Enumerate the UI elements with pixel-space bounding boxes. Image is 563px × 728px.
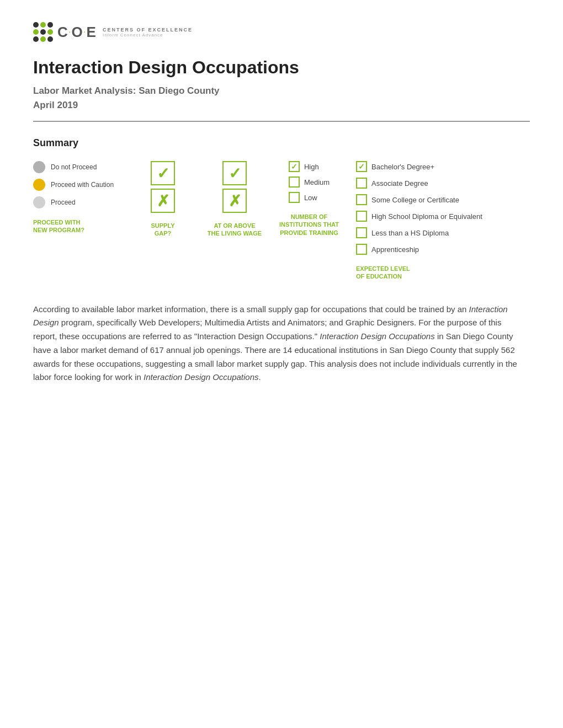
- edu-bachelors-label: Bachelor's Degree+: [371, 163, 434, 171]
- proceed-with-new-program-label: PROCEED WITHNEW PROGRAM?: [33, 218, 119, 234]
- living-wage-column: AT OR ABOVETHE LIVING WAGE: [207, 161, 262, 238]
- training-medium-checkbox: [289, 176, 300, 188]
- supply-gap-check-icon: [151, 161, 175, 185]
- circle-yellow-icon: [33, 179, 45, 191]
- supply-gap-x-icon: [151, 189, 175, 213]
- edu-less-hs-label: Less than a HS Diploma: [371, 229, 449, 237]
- legend-label-proceed-caution: Proceed with Caution: [51, 181, 114, 189]
- logo-dot1: ·: [69, 29, 71, 35]
- summary-grid: Do not Proceed Proceed with Caution Proc…: [33, 161, 530, 281]
- edu-apprenticeship-label: Apprenticeship: [371, 245, 419, 254]
- legend-label-proceed: Proceed: [51, 199, 76, 206]
- logo-c: C: [57, 24, 68, 41]
- edu-hs-diploma-label: High School Diploma or Equivalent: [371, 212, 482, 221]
- circle-light-icon: [33, 196, 45, 208]
- logo-sub: Inform Connect Advance: [103, 33, 193, 38]
- legend-proceed-caution: Proceed with Caution: [33, 179, 119, 191]
- supply-gap-column: SUPPLYGAP?: [135, 161, 190, 238]
- legend-do-not-proceed: Do not Proceed: [33, 161, 119, 173]
- legend-proceed: Proceed: [33, 196, 119, 208]
- divider: [33, 121, 530, 122]
- supply-gap-label: SUPPLYGAP?: [151, 222, 174, 238]
- edu-less-hs: Less than a HS Diploma: [356, 227, 482, 238]
- edu-hs-diploma: High School Diploma or Equivalent: [356, 211, 482, 222]
- edu-some-college-checkbox: [356, 194, 367, 205]
- date-line: April 2019: [33, 100, 530, 111]
- living-wage-check-icon: [222, 161, 247, 185]
- body-paragraph: According to available labor market info…: [33, 303, 519, 385]
- training-high-label: High: [304, 163, 319, 171]
- training-high: High: [289, 161, 330, 172]
- legend-column: Do not Proceed Proceed with Caution Proc…: [33, 161, 119, 234]
- training-medium-label: Medium: [304, 178, 330, 186]
- education-column: Bachelor's Degree+ Associate Degree Some…: [356, 161, 482, 281]
- logo-o: O: [72, 24, 83, 41]
- training-options-list: High Medium Low: [289, 161, 330, 203]
- living-wage-x-icon: [222, 189, 247, 213]
- edu-bachelors: Bachelor's Degree+: [356, 161, 482, 172]
- training-col-label: NUMBER OFINSTITUTIONS THATPROVIDE TRAINI…: [279, 213, 339, 237]
- edu-bachelors-checkbox: [356, 161, 367, 172]
- legend-label-do-not-proceed: Do not Proceed: [51, 163, 97, 171]
- logo-e: E: [87, 24, 96, 41]
- edu-associate: Associate Degree: [356, 178, 482, 189]
- subtitle: Labor Market Analysis: San Diego County: [33, 85, 530, 97]
- edu-hs-diploma-checkbox: [356, 211, 367, 222]
- edu-less-hs-checkbox: [356, 227, 367, 238]
- summary-heading: Summary: [33, 137, 530, 149]
- edu-associate-label: Associate Degree: [371, 179, 428, 188]
- training-column: High Medium Low NUMBER OFINSTITUTIONS TH…: [279, 161, 339, 237]
- training-low-checkbox: [289, 192, 300, 203]
- education-col-label: EXPECTED LEVELOF EDUCATION: [356, 265, 482, 281]
- training-low: Low: [289, 192, 330, 203]
- page-title: Interaction Design Occupations: [33, 57, 530, 78]
- logo-dot2: ·: [84, 29, 86, 35]
- training-medium: Medium: [289, 176, 330, 188]
- logo-tagline: CENTERS OF EXCELLENCE: [103, 27, 193, 33]
- edu-associate-checkbox: [356, 178, 367, 189]
- edu-some-college-label: Some College or Certificate: [371, 196, 459, 204]
- logo-dots: [33, 22, 53, 42]
- circle-gray-icon: [33, 161, 45, 173]
- edu-some-college: Some College or Certificate: [356, 194, 482, 205]
- edu-apprenticeship: Apprenticeship: [356, 244, 482, 255]
- edu-apprenticeship-checkbox: [356, 244, 367, 255]
- training-high-checkbox: [289, 161, 300, 172]
- living-wage-label: AT OR ABOVETHE LIVING WAGE: [208, 222, 262, 238]
- training-low-label: Low: [304, 194, 317, 202]
- logo-area: C · O · E CENTERS OF EXCELLENCE Inform C…: [33, 22, 530, 42]
